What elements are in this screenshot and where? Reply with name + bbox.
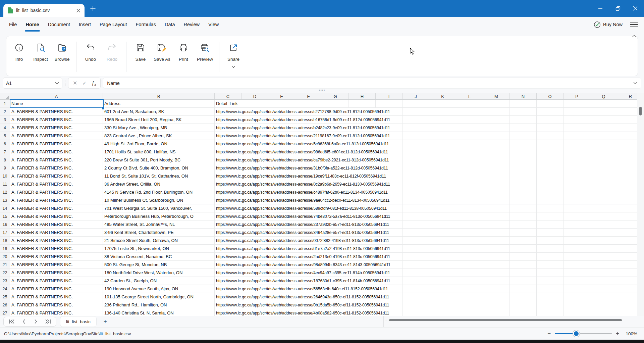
cell-empty[interactable] [590,116,617,124]
cell-empty[interactable] [429,204,456,212]
cell-empty[interactable] [564,140,590,148]
cell-empty[interactable] [537,124,564,132]
column-header-I[interactable]: I [376,93,402,99]
cell-C4[interactable]: https://www.ic.gc.ca/app/scr/tds/web/add… [215,124,402,132]
cell-empty[interactable] [402,124,429,132]
cell-empty[interactable] [537,253,564,260]
chevron-down-icon[interactable] [232,63,235,69]
cell-empty[interactable] [617,116,637,124]
cell-empty[interactable] [617,301,637,309]
column-header-M[interactable]: M [483,93,510,99]
cell-empty[interactable] [590,277,617,285]
cell-empty[interactable] [510,132,537,140]
cell-empty[interactable] [537,204,564,212]
select-all-corner[interactable] [0,93,10,99]
column-header-D[interactable]: D [241,93,268,99]
cell-empty[interactable] [402,196,429,204]
cell-empty[interactable] [617,108,637,115]
cell-empty[interactable] [483,140,510,148]
cell-empty[interactable] [483,204,510,212]
cell-empty[interactable] [564,301,590,309]
save-as-button[interactable]: Save As [151,40,173,62]
cell-empty[interactable] [349,100,376,107]
cell-empty[interactable] [590,237,617,244]
cell-empty[interactable] [483,285,510,293]
cell-C7[interactable]: https://www.ic.gc.ca/app/scr/tds/web/add… [215,148,402,156]
cell-empty[interactable] [537,132,564,140]
menu-item-home[interactable]: Home [21,22,43,27]
cell-empty[interactable] [429,196,456,204]
cell-empty[interactable] [564,293,590,301]
cell-empty[interactable] [483,220,510,228]
cell-empty[interactable] [429,180,456,188]
cell-C20[interactable]: https://www.ic.gc.ca/app/scr/tds/web/add… [215,253,402,260]
cell-A20[interactable]: A. FARBER & PARTNERS INC. [10,253,103,260]
cell-empty[interactable] [510,253,537,260]
cell-B10[interactable]: 11 Bond St, Suite 101V, St. Catharines, … [103,172,215,180]
cell-empty[interactable] [402,172,429,180]
cell-empty[interactable] [429,253,456,260]
row-header-2[interactable]: 2 [0,108,10,115]
cell-empty[interactable] [429,277,456,285]
cell-empty[interactable] [456,188,483,196]
cell-empty[interactable] [537,301,564,309]
cell-C1[interactable]: Detail_Link [215,100,268,107]
cell-empty[interactable] [402,245,429,252]
cell-empty[interactable] [537,172,564,180]
cell-empty[interactable] [510,196,537,204]
cell-C22[interactable]: https://www.ic.gc.ca/app/scr/tds/web/add… [215,269,402,277]
cell-empty[interactable] [402,301,429,309]
cell-B6[interactable]: 49 High St. 3rd Floor, Barrie, ON [103,140,215,148]
cell-empty[interactable] [617,245,637,252]
cell-C26[interactable]: https://www.ic.gc.ca/app/scr/tds/web/add… [215,301,402,309]
cell-A4[interactable]: A. FARBER & PARTNERS INC. [10,124,103,132]
cell-empty[interactable] [483,237,510,244]
cell-empty[interactable] [590,180,617,188]
cell-empty[interactable] [590,269,617,277]
sheet-tab-lit-list-basic[interactable]: lit_list_basic [60,316,96,327]
inspect-button[interactable]: Inspect [30,40,51,62]
row-header-10[interactable]: 10 [0,172,10,180]
cell-B25[interactable]: 101-135 George Street North, Cambridge, … [103,293,215,301]
cell-empty[interactable] [483,245,510,252]
cell-empty[interactable] [456,237,483,244]
column-header-A[interactable]: A [10,93,103,99]
cell-empty[interactable] [483,277,510,285]
cell-empty[interactable] [429,108,456,115]
cell-B15[interactable]: Peterborough Business Hub, Peterborough,… [103,212,215,220]
cell-A6[interactable]: A. FARBER & PARTNERS INC. [10,140,103,148]
cell-empty[interactable] [537,100,564,107]
cell-B17[interactable]: 3-96 Kent Street, Charlottetown, PE [103,229,215,236]
cell-C21[interactable]: https://www.ic.gc.ca/app/scr/tds/web/add… [215,261,402,268]
cell-A25[interactable]: A. FARBER & PARTNERS INC. [10,293,103,301]
cell-A17[interactable]: A. FARBER & PARTNERS INC. [10,229,103,236]
cell-empty[interactable] [402,100,429,107]
cancel-entry-icon[interactable]: ✕ [73,80,77,86]
cell-empty[interactable] [590,124,617,132]
cell-A14[interactable]: A. FARBER & PARTNERS INC. [10,204,103,212]
cell-empty[interactable] [402,269,429,277]
cell-empty[interactable] [590,285,617,293]
cell-empty[interactable] [483,132,510,140]
row-header-26[interactable]: 26 [0,301,10,309]
cell-A11[interactable]: A. FARBER & PARTNERS INC. [10,180,103,188]
cell-empty[interactable] [537,212,564,220]
menu-item-document[interactable]: Document [44,22,74,27]
cell-empty[interactable] [617,124,637,132]
last-sheet-icon[interactable] [42,317,54,326]
cell-empty[interactable] [402,261,429,268]
menu-item-review[interactable]: Review [179,22,204,27]
cell-empty[interactable] [483,180,510,188]
cell-empty[interactable] [537,245,564,252]
cell-empty[interactable] [564,116,590,124]
cell-empty[interactable] [617,148,637,156]
cell-empty[interactable] [456,172,483,180]
row-header-21[interactable]: 21 [0,261,10,268]
insert-function-icon[interactable]: ƒx [92,80,96,87]
menu-item-page-layout[interactable]: Page Layout [95,22,131,27]
save-button[interactable]: Save [130,40,151,62]
cell-empty[interactable] [483,164,510,172]
cell-empty[interactable] [429,269,456,277]
cell-empty[interactable] [402,309,429,316]
new-tab-button[interactable] [88,4,98,13]
